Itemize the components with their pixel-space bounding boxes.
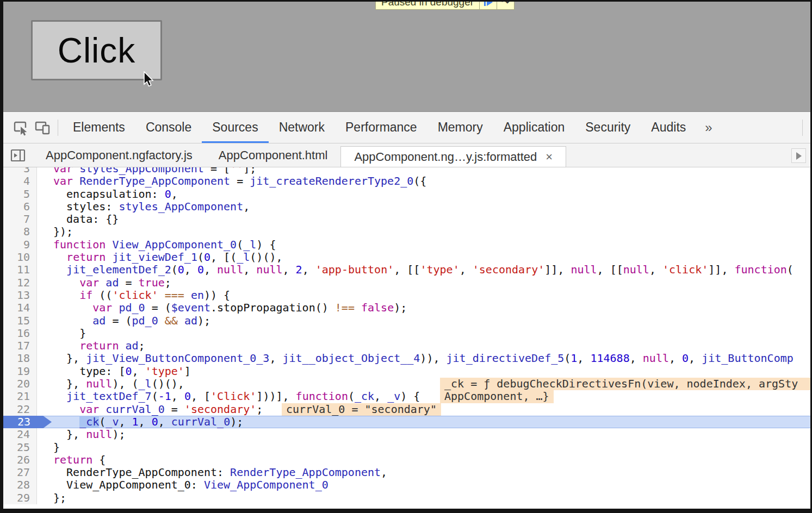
line-number[interactable]: 7: [3, 213, 37, 226]
line-number[interactable]: 21: [3, 390, 37, 403]
line-number[interactable]: 18: [3, 352, 37, 365]
code-text[interactable]: data: {}: [37, 213, 810, 226]
line-number[interactable]: 14: [3, 302, 37, 314]
line-number[interactable]: 20: [3, 378, 37, 390]
code-text[interactable]: styles: styles_AppComponent,: [37, 201, 810, 213]
code-line[interactable]: 12 var ad = true;: [3, 277, 810, 289]
code-text[interactable]: }, null);: [37, 428, 810, 441]
code-line[interactable]: 25}: [3, 441, 810, 454]
code-text[interactable]: return ad;: [37, 340, 810, 352]
line-number[interactable]: 13: [3, 289, 37, 302]
line-number[interactable]: 5: [3, 188, 37, 201]
code-line[interactable]: 5 encapsulation: 0,: [3, 188, 810, 201]
code-text[interactable]: var pd_0 = ($event.stopPropagation() !==…: [37, 302, 810, 314]
code-text[interactable]: type: [0, 'type']: [37, 365, 810, 378]
line-number[interactable]: 27: [3, 466, 37, 479]
code-line[interactable]: 18 }, jit_View_ButtonComponent_0_3, jit_…: [3, 352, 810, 365]
show-navigator-icon[interactable]: [3, 143, 33, 167]
code-text[interactable]: var styles_AppComponent = [''];: [37, 167, 810, 175]
line-number[interactable]: 2323: [3, 416, 37, 428]
line-number[interactable]: 12: [3, 277, 37, 289]
code-line[interactable]: 9function View_AppComponent_0(_l) {: [3, 239, 810, 251]
code-line[interactable]: 3var styles_AppComponent = [''];: [3, 167, 810, 175]
code-line[interactable]: 21 jit_textDef_7(-1, 0, ['Click']))], fu…: [3, 390, 810, 403]
line-number[interactable]: 4: [3, 175, 37, 187]
device-toolbar-icon[interactable]: [32, 118, 53, 137]
tab-security[interactable]: Security: [575, 112, 641, 143]
tab-application[interactable]: Application: [493, 112, 575, 143]
code-line[interactable]: 29};: [3, 492, 810, 504]
tab-overflow-chevron[interactable]: »: [696, 112, 721, 143]
code-text[interactable]: View_AppComponent_0: View_AppComponent_0: [37, 479, 810, 491]
line-number[interactable]: 24: [3, 428, 37, 441]
line-number[interactable]: 28: [3, 479, 37, 491]
code-text[interactable]: ad = (pd_0 && ad);: [37, 315, 810, 327]
code-line[interactable]: 15 ad = (pd_0 && ad);: [3, 315, 810, 327]
code-line[interactable]: 16 }: [3, 327, 810, 340]
line-number[interactable]: 26: [3, 454, 37, 466]
code-line[interactable]: 24 }, null);: [3, 428, 810, 441]
code-line[interactable]: 4var RenderType_AppComponent = jit_creat…: [3, 175, 810, 187]
code-line[interactable]: 27 RenderType_AppComponent: RenderType_A…: [3, 466, 810, 479]
tab-console[interactable]: Console: [135, 112, 202, 143]
code-text[interactable]: }, jit_View_ButtonComponent_0_3, jit__ob…: [37, 352, 810, 365]
code-text[interactable]: return jit_viewDef_1(0, [(_l()(),: [37, 251, 810, 264]
code-line[interactable]: 2323 _ck(_v, 1, 0, currVal_0);: [3, 416, 810, 428]
code-text[interactable]: }: [37, 327, 810, 340]
tab-audits[interactable]: Audits: [641, 112, 696, 143]
line-number[interactable]: 11: [3, 264, 37, 276]
code-text[interactable]: var currVal_0 = 'secondary';currVal_0 = …: [37, 403, 810, 416]
code-line[interactable]: 17 return ad;: [3, 340, 810, 352]
line-number[interactable]: 6: [3, 201, 37, 213]
code-text[interactable]: return {: [37, 454, 810, 466]
code-text[interactable]: var ad = true;: [37, 277, 810, 289]
line-number[interactable]: 8: [3, 226, 37, 238]
line-number[interactable]: 19: [3, 365, 37, 378]
code-line[interactable]: 7 data: {}: [3, 213, 810, 226]
code-line[interactable]: 28 View_AppComponent_0: View_AppComponen…: [3, 479, 810, 491]
code-text[interactable]: jit_elementDef_2(0, 0, null, null, 2, 'a…: [37, 264, 810, 276]
line-number[interactable]: 29: [3, 492, 37, 504]
code-line[interactable]: 6 styles: styles_AppComponent,: [3, 201, 810, 213]
code-line[interactable]: 22 var currVal_0 = 'secondary';currVal_0…: [3, 403, 810, 416]
code-text[interactable]: encapsulation: 0,: [37, 188, 810, 201]
inspect-element-icon[interactable]: [10, 118, 32, 137]
code-line[interactable]: 19 type: [0, 'type']: [3, 365, 810, 378]
tab-scroll-right-button[interactable]: [791, 148, 806, 163]
code-text[interactable]: }, null), (_l()(),_ck = ƒ debugCheckDire…: [37, 378, 810, 390]
tab-network[interactable]: Network: [269, 112, 335, 143]
tab-sources[interactable]: Sources: [202, 112, 268, 143]
tab-elements[interactable]: Elements: [63, 112, 135, 143]
tab-memory[interactable]: Memory: [427, 112, 493, 143]
code-text[interactable]: var RenderType_AppComponent = jit_create…: [37, 175, 810, 187]
line-number[interactable]: 9: [3, 239, 37, 251]
line-number[interactable]: 16: [3, 327, 37, 340]
code-line[interactable]: 26return {: [3, 454, 810, 466]
code-text[interactable]: }: [37, 441, 810, 454]
file-tab[interactable]: AppComponent.html: [206, 143, 341, 167]
code-line[interactable]: 13 if (('click' === en)) {: [3, 289, 810, 302]
resume-script-button[interactable]: [480, 2, 497, 10]
line-number[interactable]: 15: [3, 315, 37, 327]
code-line[interactable]: 8});: [3, 226, 810, 238]
line-number[interactable]: 17: [3, 340, 37, 352]
code-text[interactable]: RenderType_AppComponent: RenderType_AppC…: [37, 466, 810, 479]
line-number[interactable]: 3: [3, 167, 37, 175]
close-tab-icon[interactable]: ×: [546, 150, 553, 164]
line-number[interactable]: 10: [3, 251, 37, 264]
file-tab[interactable]: AppComponent.ngfactory.js: [33, 143, 206, 167]
line-number[interactable]: 22: [3, 403, 37, 416]
code-line[interactable]: 11 jit_elementDef_2(0, 0, null, null, 2,…: [3, 264, 810, 276]
code-text[interactable]: });: [37, 226, 810, 238]
code-line[interactable]: 10 return jit_viewDef_1(0, [(_l()(),: [3, 251, 810, 264]
file-tab[interactable]: AppComponent.ng…y.js:formatted×: [340, 146, 566, 167]
code-text[interactable]: if (('click' === en)) {: [37, 289, 810, 302]
tab-performance[interactable]: Performance: [335, 112, 427, 143]
code-line[interactable]: 14 var pd_0 = ($event.stopPropagation() …: [3, 302, 810, 314]
code-line[interactable]: 20 }, null), (_l()(),_ck = ƒ debugCheckD…: [3, 378, 810, 390]
code-text[interactable]: jit_textDef_7(-1, 0, ['Click']))], funct…: [37, 390, 810, 403]
code-text[interactable]: _ck(_v, 1, 0, currVal_0);: [37, 416, 810, 428]
line-number[interactable]: 25: [3, 441, 37, 454]
code-text[interactable]: function View_AppComponent_0(_l) {: [37, 239, 810, 251]
step-over-button[interactable]: ↷: [497, 2, 515, 10]
